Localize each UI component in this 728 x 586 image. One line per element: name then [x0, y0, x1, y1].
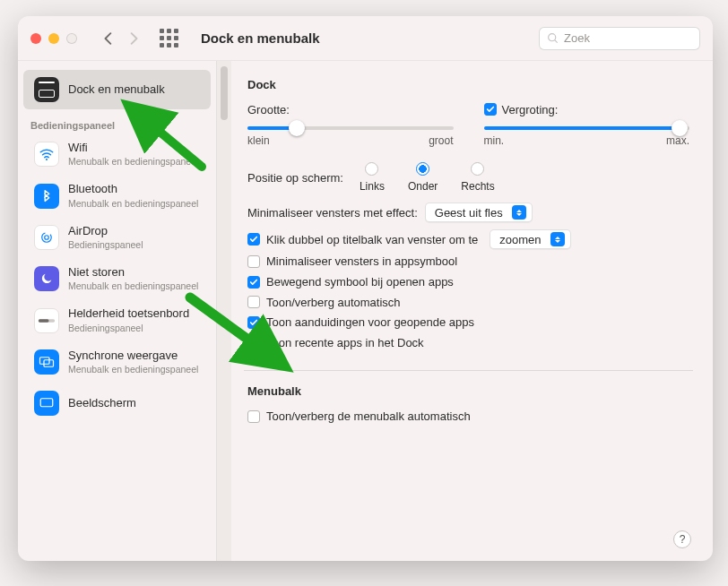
size-slider[interactable] — [247, 126, 454, 130]
recent-apps-checkbox[interactable] — [247, 336, 260, 349]
display-icon — [34, 391, 59, 416]
sidebar-group-label: Bedieningspaneel — [18, 111, 216, 134]
svg-point-3 — [42, 233, 52, 243]
moon-icon — [34, 266, 59, 291]
sidebar-item-brightness[interactable]: Helderheid toetsenbordBedieningspaneel — [23, 300, 211, 340]
svg-rect-5 — [39, 319, 49, 322]
scroll-thumb[interactable] — [221, 66, 228, 120]
svg-point-1 — [46, 159, 48, 160]
dock-icon — [34, 77, 59, 102]
show-all-button[interactable] — [160, 29, 179, 47]
prefs-window: Dock en menubalk Zoek Dock en menubalk B… — [18, 16, 713, 561]
section-title-menubar: Menubalk — [247, 383, 689, 400]
toolbar: Dock en menubalk Zoek — [18, 16, 713, 61]
forward-button[interactable] — [127, 32, 140, 45]
search-placeholder: Zoek — [564, 31, 590, 45]
help-button[interactable]: ? — [673, 530, 691, 548]
effect-label: Minimaliseer vensters met effect: — [247, 205, 418, 221]
indicators-checkbox[interactable] — [247, 316, 260, 329]
sidebar-item-mirror[interactable]: Synchrone weergaveMenubalk en bedienings… — [23, 342, 211, 382]
airdrop-icon — [34, 225, 59, 250]
position-bottom[interactable]: Onder — [408, 162, 438, 194]
position-right[interactable]: Rechts — [461, 162, 494, 194]
minimize-into-icon-checkbox[interactable] — [247, 255, 260, 268]
autohide-checkbox[interactable] — [247, 296, 260, 308]
search-field[interactable]: Zoek — [539, 27, 700, 50]
sidebar-item-airdrop[interactable]: AirDropBedieningspaneel — [23, 218, 211, 257]
content-pane: Dock Grootte: kleingroot Vergroting: — [231, 61, 713, 561]
zoom-button[interactable] — [66, 33, 77, 44]
magnification-label: Vergroting: — [502, 102, 559, 118]
divider — [244, 370, 693, 371]
svg-rect-7 — [44, 360, 54, 367]
position-left[interactable]: Links — [360, 162, 385, 194]
wifi-icon — [34, 142, 59, 167]
magnification-checkbox[interactable] — [484, 103, 497, 116]
close-button[interactable] — [30, 33, 41, 44]
sidebar-item-dnd[interactable]: Niet storenMenubalk en bedieningspaneel — [23, 259, 211, 298]
size-label: Grootte: — [247, 102, 290, 118]
window-controls — [30, 33, 77, 44]
section-title-dock: Dock — [247, 77, 689, 93]
scrollbar[interactable] — [217, 61, 231, 561]
sidebar-item-wifi[interactable]: WifiMenubalk en bedieningspaneel — [23, 134, 211, 174]
position-radio-group: Links Onder Rechts — [360, 162, 495, 194]
animate-open-checkbox[interactable] — [247, 276, 260, 289]
svg-rect-6 — [40, 358, 50, 365]
doubleclick-checkbox[interactable] — [247, 233, 260, 246]
chevron-updown-icon — [512, 205, 526, 220]
svg-rect-8 — [40, 399, 53, 407]
sidebar-item-dock-menubar[interactable]: Dock en menubalk — [23, 70, 211, 109]
doubleclick-select[interactable]: zoomen — [490, 229, 570, 249]
back-button[interactable] — [102, 32, 115, 45]
effect-select[interactable]: Geest uit fles — [425, 203, 533, 222]
position-label: Positie op scherm: — [247, 170, 343, 186]
sidebar-item-display[interactable]: Beeldscherm — [23, 383, 211, 423]
chevron-updown-icon — [550, 232, 565, 246]
search-icon — [547, 32, 559, 44]
minimize-button[interactable] — [48, 33, 59, 44]
menubar-autohide-checkbox[interactable] — [247, 410, 260, 423]
brightness-icon — [34, 308, 59, 333]
svg-point-0 — [549, 34, 556, 41]
mirror-icon — [34, 349, 59, 375]
window-title: Dock en menubalk — [201, 30, 320, 46]
nav-buttons — [102, 32, 140, 45]
magnification-slider[interactable] — [484, 126, 690, 130]
bluetooth-icon — [34, 184, 59, 209]
svg-point-2 — [45, 236, 49, 240]
sidebar[interactable]: Dock en menubalk Bedieningspaneel WifiMe… — [18, 61, 217, 561]
sidebar-item-bluetooth[interactable]: BluetoothMenubalk en bedieningspaneel — [23, 176, 211, 215]
sidebar-item-label: Dock en menubalk — [68, 83, 165, 96]
